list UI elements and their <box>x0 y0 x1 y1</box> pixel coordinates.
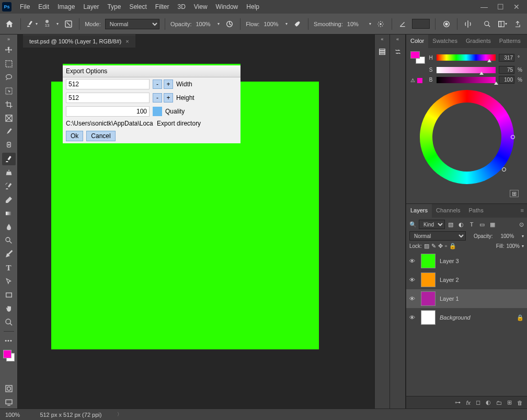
menu-image[interactable]: Image <box>53 1 79 13</box>
wheel-outer-marker[interactable] <box>502 167 506 172</box>
layer-item[interactable]: 👁Background🔒 <box>406 308 527 327</box>
filter-pixel-icon[interactable]: ▧ <box>447 221 454 228</box>
crop-tool[interactable] <box>2 98 16 111</box>
dodge-tool[interactable] <box>2 234 16 247</box>
delete-layer-icon[interactable]: 🗑 <box>517 400 523 406</box>
width-input[interactable] <box>66 79 150 89</box>
layer-thumbnail[interactable] <box>421 310 436 325</box>
filter-shape-icon[interactable]: ▭ <box>478 221 486 228</box>
gamut-warning-icon[interactable]: ⚠ <box>410 77 415 83</box>
flow-value[interactable]: 100% <box>264 21 281 27</box>
filter-kind-select[interactable]: Kind <box>419 220 445 229</box>
close-tab-icon[interactable]: × <box>125 38 129 44</box>
ok-button[interactable]: Ok <box>66 131 83 141</box>
layer-style-icon[interactable]: fx <box>466 400 471 406</box>
rectangle-tool[interactable] <box>2 289 16 301</box>
pressure-size-icon[interactable] <box>441 18 452 30</box>
group-icon[interactable]: 🗀 <box>496 400 502 406</box>
lock-position-icon[interactable]: ✥ <box>438 243 443 249</box>
filter-type-icon[interactable]: T <box>468 221 475 228</box>
expand-panel-icon[interactable]: « <box>381 37 384 42</box>
brush-preset-icon[interactable]: ▾ <box>26 18 38 30</box>
minimize-button[interactable]: — <box>480 3 488 11</box>
width-decrement[interactable]: - <box>153 80 162 89</box>
tab-swatches[interactable]: Swatches <box>428 35 462 48</box>
panel-menu-icon[interactable]: ≡ <box>525 35 527 48</box>
tab-paths[interactable]: Paths <box>465 204 488 218</box>
bri-slider[interactable] <box>437 77 496 83</box>
layer-item[interactable]: 👁Layer 2 <box>406 270 527 289</box>
hue-slider[interactable] <box>437 54 496 61</box>
layer-item[interactable]: 👁Layer 3 <box>406 252 527 270</box>
history-panel-icon[interactable] <box>376 46 388 58</box>
path-selection-tool[interactable] <box>2 275 16 288</box>
wheel-hue-marker[interactable] <box>511 135 515 139</box>
width-increment[interactable]: + <box>164 80 173 89</box>
hue-input[interactable] <box>499 54 514 62</box>
layer-opacity-value[interactable]: 100% <box>501 233 514 239</box>
quick-mask-icon[interactable] <box>2 382 16 395</box>
gradient-tool[interactable] <box>2 207 16 220</box>
cancel-button[interactable]: Cancel <box>86 131 115 141</box>
menu-3d[interactable]: 3D <box>173 1 189 13</box>
workspace-icon[interactable]: ▾ <box>497 18 508 30</box>
new-layer-icon[interactable]: ⊞ <box>507 399 512 406</box>
marquee-tool[interactable] <box>2 58 16 70</box>
visibility-icon[interactable]: 👁 <box>409 258 417 264</box>
layer-name[interactable]: Layer 2 <box>440 277 459 283</box>
menu-filter[interactable]: Filter <box>151 1 174 13</box>
blend-mode-select[interactable]: Normal <box>105 19 159 29</box>
lock-all-icon[interactable]: 🔒 <box>449 243 456 249</box>
maximize-button[interactable]: ☐ <box>497 3 504 11</box>
layer-thumbnail[interactable] <box>421 273 436 287</box>
menu-type[interactable]: Type <box>103 1 125 13</box>
menu-view[interactable]: View <box>190 1 212 13</box>
eraser-tool[interactable] <box>2 194 16 206</box>
layer-name[interactable]: Background <box>440 314 471 321</box>
brush-panel-toggle-icon[interactable] <box>63 18 74 30</box>
clone-stamp-tool[interactable] <box>2 166 16 179</box>
sat-slider[interactable] <box>437 67 496 73</box>
tab-patterns[interactable]: Patterns <box>495 35 525 48</box>
menu-file[interactable]: File <box>16 1 34 13</box>
sat-input[interactable] <box>499 66 514 74</box>
fg-bg-swatch[interactable] <box>410 51 425 64</box>
zoom-level[interactable]: 100% <box>5 412 24 418</box>
lock-transparency-icon[interactable]: ▨ <box>424 243 429 249</box>
frame-tool[interactable] <box>2 112 16 124</box>
brush-size[interactable]: 13 <box>42 18 53 30</box>
add-swatch-icon[interactable]: ⊞ <box>510 190 519 197</box>
layer-fill-value[interactable]: 100% <box>506 243 520 249</box>
layer-thumbnail[interactable] <box>421 254 436 268</box>
layer-item[interactable]: 👁Layer 1 <box>406 289 527 308</box>
brush-tool[interactable] <box>2 153 16 165</box>
tab-channels[interactable]: Channels <box>432 204 464 218</box>
screen-mode-icon[interactable] <box>2 396 16 408</box>
pen-tool[interactable] <box>2 248 16 260</box>
expand-panel-icon-2[interactable]: « <box>396 37 399 42</box>
close-button[interactable]: ✕ <box>513 3 520 11</box>
visibility-icon[interactable]: 👁 <box>409 314 417 321</box>
menu-help[interactable]: Help <box>242 1 264 13</box>
opacity-value[interactable]: 100% <box>196 21 213 27</box>
layer-name[interactable]: Layer 1 <box>440 296 459 302</box>
color-wheel[interactable] <box>410 86 523 190</box>
color-swatch[interactable] <box>3 350 15 361</box>
share-icon[interactable] <box>512 18 523 30</box>
airbrush-icon[interactable] <box>292 18 303 30</box>
history-brush-tool[interactable] <box>2 180 16 192</box>
symmetry-icon[interactable] <box>463 18 474 30</box>
edit-toolbar-icon[interactable]: ••• <box>2 334 16 347</box>
layer-thumbnail[interactable] <box>421 291 436 306</box>
collapse-toolbar-icon[interactable]: » <box>7 37 10 42</box>
layer-name[interactable]: Layer 3 <box>440 258 459 264</box>
object-selection-tool[interactable] <box>2 85 16 97</box>
lasso-tool[interactable] <box>2 71 16 84</box>
smoothing-options-icon[interactable] <box>375 18 386 30</box>
healing-brush-tool[interactable] <box>2 139 16 152</box>
filter-smart-icon[interactable]: ▦ <box>489 221 496 228</box>
angle-input[interactable]: 0° <box>412 19 430 29</box>
menu-layer[interactable]: Layer <box>79 1 103 13</box>
height-input[interactable] <box>66 93 150 103</box>
blur-tool[interactable] <box>2 221 16 233</box>
